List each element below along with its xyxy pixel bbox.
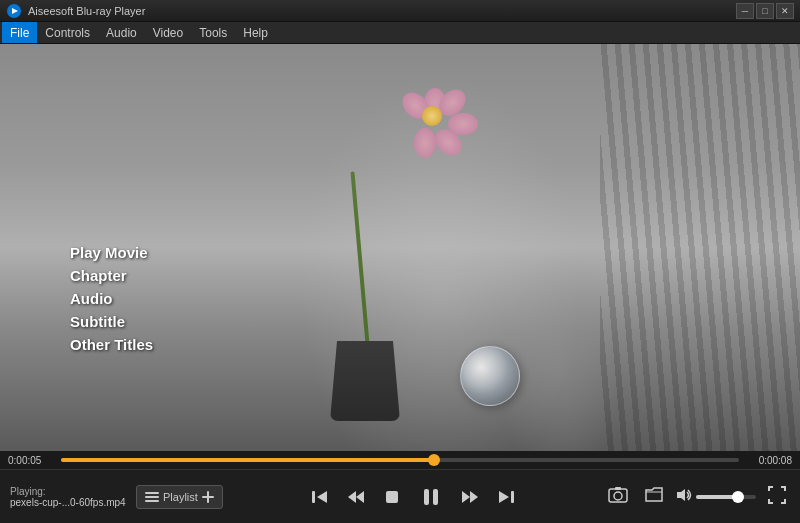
restore-button[interactable]: □: [756, 3, 774, 19]
flower-center: [422, 106, 442, 126]
time-end: 0:00:08: [747, 455, 792, 466]
skip-back-button[interactable]: [306, 483, 334, 511]
fullscreen-icon: [768, 486, 786, 504]
video-area: Play Movie Chapter Audio Subtitle Other …: [0, 44, 800, 451]
petal-5: [414, 128, 436, 158]
fast-forward-icon: [461, 488, 479, 506]
right-controls: [604, 481, 790, 513]
stop-button[interactable]: [378, 483, 406, 511]
playing-label: Playing:: [10, 486, 130, 497]
svg-marker-10: [356, 491, 364, 503]
progress-thumb[interactable]: [428, 454, 440, 466]
svg-marker-17: [499, 491, 509, 503]
video-menu-chapter[interactable]: Chapter: [70, 267, 153, 284]
playlist-label: Playlist: [163, 491, 198, 503]
fast-forward-button[interactable]: [456, 483, 484, 511]
control-bar: Playing: pexels-cup-...0-60fps.mp4 Playl…: [0, 469, 800, 523]
menu-video[interactable]: Video: [145, 22, 191, 43]
title-text: Aiseesoft Blu-ray Player: [28, 5, 145, 17]
menu-audio[interactable]: Audio: [98, 22, 145, 43]
title-bar-left: Aiseesoft Blu-ray Player: [6, 3, 145, 19]
rewind-button[interactable]: [342, 483, 370, 511]
svg-point-19: [614, 492, 622, 500]
menu-tools[interactable]: Tools: [191, 22, 235, 43]
pause-icon: [420, 486, 442, 508]
svg-rect-2: [145, 492, 159, 494]
open-folder-button[interactable]: [640, 481, 668, 513]
skip-back-icon: [311, 488, 329, 506]
svg-marker-14: [462, 491, 470, 503]
playlist-add-icon: [202, 491, 214, 503]
svg-marker-8: [317, 491, 327, 503]
playing-file: pexels-cup-...0-60fps.mp4: [10, 497, 130, 508]
svg-rect-16: [511, 491, 514, 503]
title-bar-controls: ─ □ ✕: [736, 3, 794, 19]
flower: [400, 94, 470, 154]
minimize-button[interactable]: ─: [736, 3, 754, 19]
volume-thumb[interactable]: [732, 491, 744, 503]
folder-icon: [644, 485, 664, 505]
menu-file[interactable]: File: [2, 22, 37, 43]
stop-icon: [383, 488, 401, 506]
fullscreen-button[interactable]: [764, 482, 790, 512]
svg-rect-12: [424, 489, 429, 505]
svg-rect-3: [145, 496, 159, 498]
vase: [330, 341, 400, 421]
progress-fill: [61, 458, 434, 462]
progress-area: 0:00:05 0:00:08: [0, 451, 800, 469]
shadow-stripes: [600, 44, 800, 451]
volume-track[interactable]: [696, 495, 756, 499]
volume-icon[interactable]: [676, 487, 692, 506]
svg-rect-6: [202, 496, 214, 498]
menu-controls[interactable]: Controls: [37, 22, 98, 43]
svg-marker-21: [677, 489, 685, 501]
title-bar: Aiseesoft Blu-ray Player ─ □ ✕: [0, 0, 800, 22]
svg-rect-11: [386, 491, 398, 503]
menu-help[interactable]: Help: [235, 22, 276, 43]
playlist-button[interactable]: Playlist: [136, 485, 223, 509]
svg-rect-13: [433, 489, 438, 505]
video-menu-subtitle[interactable]: Subtitle: [70, 313, 153, 330]
skip-forward-icon: [497, 488, 515, 506]
playback-controls: [229, 480, 598, 514]
svg-marker-9: [348, 491, 356, 503]
list-icon: [145, 490, 159, 504]
time-start: 0:00:05: [8, 455, 53, 466]
svg-rect-7: [312, 491, 315, 503]
screenshot-icon: [608, 485, 628, 505]
volume-area: [676, 487, 756, 506]
progress-track[interactable]: [61, 458, 739, 462]
now-playing: Playing: pexels-cup-...0-60fps.mp4: [10, 486, 130, 508]
svg-rect-4: [145, 500, 159, 502]
app-icon: [6, 3, 22, 19]
rewind-icon: [347, 488, 365, 506]
video-menu-audio[interactable]: Audio: [70, 290, 153, 307]
screenshot-button[interactable]: [604, 481, 632, 513]
play-pause-button[interactable]: [414, 480, 448, 514]
glass-ball: [460, 346, 520, 406]
video-menu-play-movie[interactable]: Play Movie: [70, 244, 153, 261]
menu-bar: File Controls Audio Video Tools Help: [0, 22, 800, 44]
skip-forward-button[interactable]: [492, 483, 520, 511]
video-menu-other-titles[interactable]: Other Titles: [70, 336, 153, 353]
svg-marker-15: [470, 491, 478, 503]
speaker-icon: [676, 487, 692, 503]
video-menu: Play Movie Chapter Audio Subtitle Other …: [70, 244, 153, 353]
close-button[interactable]: ✕: [776, 3, 794, 19]
svg-rect-20: [615, 487, 621, 490]
